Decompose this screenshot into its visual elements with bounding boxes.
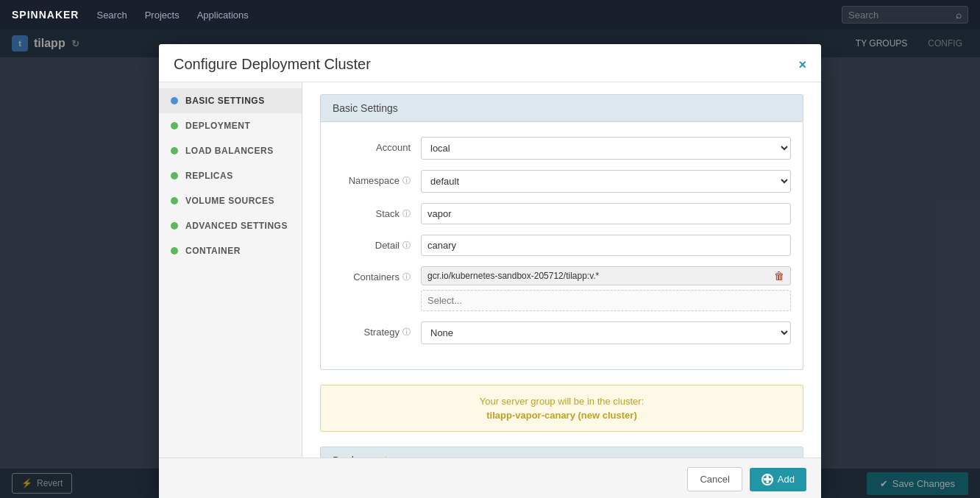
cluster-info-line2: tilapp-vapor-canary (new cluster) [333, 410, 791, 421]
account-label: Account [333, 137, 421, 153]
containers-label: Containers ⓘ [333, 266, 421, 282]
strategy-wrapper: None [421, 321, 791, 344]
close-icon[interactable]: × [798, 58, 806, 71]
detail-row: Detail ⓘ [333, 235, 791, 256]
brand-logo: SPINNAKER [12, 9, 79, 21]
stack-row: Stack ⓘ [333, 203, 791, 224]
add-button-label: Add [778, 474, 795, 485]
namespace-control: default [421, 170, 791, 193]
delete-container-icon[interactable]: 🗑 [774, 270, 784, 282]
account-control: local [421, 137, 791, 160]
detail-input[interactable] [421, 235, 791, 256]
search-icon: ⌕ [956, 9, 962, 21]
detail-info-icon: ⓘ [402, 240, 411, 251]
strategy-control: None [421, 321, 791, 344]
sidebar-dot-basic [171, 97, 178, 104]
modal-body: BASIC SETTINGS DEPLOYMENT LOAD BALANCERS… [159, 82, 821, 458]
modal-sidebar: BASIC SETTINGS DEPLOYMENT LOAD BALANCERS… [159, 82, 302, 458]
add-button[interactable]: ✚ Add [750, 468, 806, 491]
sidebar-label-container: CONTAINER [185, 246, 241, 256]
cluster-info-box: Your server group will be in the cluster… [320, 385, 803, 432]
strategy-select[interactable]: None [421, 321, 791, 344]
sidebar-dot-deployment [171, 122, 178, 129]
strategy-row: Strategy ⓘ None [333, 321, 791, 344]
basic-settings-header: Basic Settings [320, 94, 803, 122]
modal-dialog: Configure Deployment Cluster × BASIC SET… [159, 44, 821, 498]
modal-overlay: Configure Deployment Cluster × BASIC SET… [0, 29, 980, 498]
sidebar-dot-volume [171, 197, 178, 204]
strategy-info-icon: ⓘ [402, 327, 411, 338]
namespace-select[interactable]: default [421, 170, 791, 193]
strategy-label: Strategy ⓘ [333, 321, 421, 338]
sidebar-item-advanced-settings[interactable]: ADVANCED SETTINGS [159, 213, 302, 238]
container-tag-value: gcr.io/kubernetes-sandbox-205712/tilapp:… [427, 271, 768, 281]
cluster-info-line1: Your server group will be in the cluster… [333, 396, 791, 407]
nav-projects[interactable]: Projects [145, 10, 180, 21]
account-row: Account local [333, 137, 791, 160]
namespace-row: Namespace ⓘ default [333, 170, 791, 193]
detail-label: Detail ⓘ [333, 235, 421, 251]
sidebar-label-basic: BASIC SETTINGS [185, 96, 265, 106]
sidebar-item-replicas[interactable]: REPLICAS [159, 163, 302, 188]
cancel-button[interactable]: Cancel [687, 467, 742, 491]
page-background: t tilapp ↻ TY GROUPS CONFIG Configure De… [0, 29, 980, 498]
top-nav: SPINNAKER Search Projects Applications ⌕ [0, 0, 980, 29]
sidebar-label-replicas: REPLICAS [185, 171, 233, 181]
sidebar-dot-container [171, 247, 178, 255]
nav-applications[interactable]: Applications [197, 10, 249, 21]
nav-search[interactable]: Search [96, 10, 127, 21]
sidebar-label-volume: VOLUME SOURCES [185, 196, 274, 206]
sidebar-label-advanced: ADVANCED SETTINGS [185, 221, 288, 231]
sidebar-dot-lb [171, 147, 178, 154]
stack-control [421, 203, 791, 224]
container-tag: gcr.io/kubernetes-sandbox-205712/tilapp:… [421, 266, 791, 285]
stack-input[interactable] [421, 203, 791, 224]
sidebar-item-deployment[interactable]: DEPLOYMENT [159, 113, 302, 138]
namespace-label: Namespace ⓘ [333, 170, 421, 186]
stack-info-icon: ⓘ [402, 208, 411, 219]
sidebar-item-container[interactable]: CONTAINER [159, 238, 302, 263]
detail-control [421, 235, 791, 256]
namespace-info-icon: ⓘ [402, 175, 411, 186]
deployment-section-header: Deployment [320, 447, 803, 458]
sidebar-item-load-balancers[interactable]: LOAD BALANCERS [159, 138, 302, 163]
stack-label: Stack ⓘ [333, 203, 421, 219]
containers-row: Containers ⓘ gcr.io/kubernetes-sandbox-2… [333, 266, 791, 311]
account-select[interactable]: local [421, 137, 791, 160]
sidebar-item-volume-sources[interactable]: VOLUME SOURCES [159, 188, 302, 213]
sidebar-item-basic-settings[interactable]: BASIC SETTINGS [159, 88, 302, 113]
modal-footer: Cancel ✚ Add [159, 458, 821, 498]
containers-select-input[interactable] [421, 290, 791, 311]
modal-header: Configure Deployment Cluster × [159, 44, 821, 82]
containers-control: gcr.io/kubernetes-sandbox-205712/tilapp:… [421, 266, 791, 311]
containers-info-icon: ⓘ [402, 271, 411, 282]
sidebar-label-deployment: DEPLOYMENT [185, 121, 250, 131]
modal-title: Configure Deployment Cluster [174, 56, 371, 73]
sidebar-label-lb: LOAD BALANCERS [185, 146, 274, 156]
sidebar-dot-replicas [171, 172, 178, 179]
basic-settings-body: Account local [320, 122, 803, 370]
modal-main-content: Basic Settings Account local [302, 82, 821, 458]
global-search-input[interactable] [848, 10, 951, 21]
basic-settings-section: Basic Settings Account local [320, 94, 803, 370]
global-search-box: ⌕ [842, 6, 968, 24]
sidebar-dot-advanced [171, 222, 178, 230]
add-circle-icon: ✚ [761, 474, 773, 485]
